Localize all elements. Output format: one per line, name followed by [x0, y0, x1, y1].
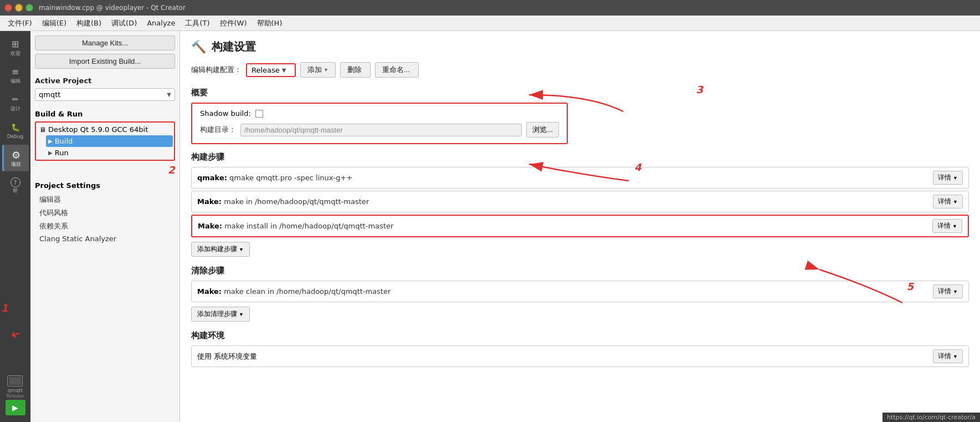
active-project-label: Active Project [35, 77, 175, 85]
status-bar: https://qt.io/com/qt-creator/a [882, 413, 980, 422]
build-run-label: Build & Run [35, 110, 175, 118]
toolbar-bottom: qmqtt Release [0, 375, 30, 422]
arrow-1: ➜ [9, 327, 22, 343]
overview-title: 概要 [191, 88, 969, 98]
menu-analyze[interactable]: Analyze [142, 17, 179, 29]
toolbar-projects-label: 项目 [11, 162, 21, 167]
toolbar-projects[interactable]: ⚙ 项目 [2, 145, 29, 171]
env-text: 使用 系统环境变量 [197, 352, 933, 362]
run-button[interactable] [6, 400, 25, 415]
toolbar-debug-label: Debug [7, 134, 24, 140]
clean-step-make-text: Make: make clean in /home/hadoop/qt/qmqt… [197, 287, 933, 296]
kit-outline-box: 🖥 Desktop Qt 5.9.0 GCC 64bit ▶ Build ▶ R… [35, 121, 175, 161]
clean-step-make: Make: make clean in /home/hadoop/qt/qmqt… [191, 281, 969, 302]
add-clean-step-button[interactable]: 添加清理步骤 [191, 307, 250, 322]
clean-steps-title: 清除步骤 [191, 266, 969, 276]
kit-build-label: Build [55, 137, 73, 145]
build-dir-input[interactable] [240, 124, 522, 136]
toolbar-welcome[interactable]: ⊞ 欢迎 [2, 34, 29, 60]
device-icon [7, 375, 23, 387]
build-step-make-install-text: Make: make install in /home/hadoop/qt/qm… [198, 222, 932, 230]
sidebar: Manage Kits... Import Existing Build... … [30, 31, 180, 422]
annotation-1: 1 [1, 302, 8, 314]
close-button[interactable] [4, 4, 12, 12]
minimize-button[interactable] [15, 4, 23, 12]
menu-help[interactable]: 帮助(H) [253, 17, 287, 30]
clean-detail-button[interactable]: 详情 [933, 284, 963, 298]
build-steps-title: 构建步骤 [191, 152, 969, 162]
toolbar-design[interactable]: ✏ 设计 [2, 89, 29, 116]
kit-run-item[interactable]: ▶ Run [46, 147, 173, 159]
build-dir-label: 构建目录： [200, 125, 236, 135]
design-icon: ✏ [9, 93, 22, 105]
build-dir-row: 构建目录： 浏览... [200, 122, 559, 138]
main-content: 🔨 构建设置 编辑构建配置： Release 添加 删除 重命名... 3 概要 [180, 31, 980, 422]
add-config-button[interactable]: 添加 [300, 62, 336, 78]
menu-build[interactable]: 构建(B) [72, 17, 106, 30]
annotation-2: 2 [168, 164, 175, 176]
run-arrow-icon: ▶ [48, 150, 53, 156]
kit-name: Desktop Qt 5.9.0 GCC 64bit [48, 125, 148, 134]
edit-icon: ≡ [9, 65, 22, 78]
main-container: ⊞ 欢迎 ≡ 编辑 ✏ 设计 🐛 Debug ⚙ 项目 ? 帮 1 ➜ [0, 31, 980, 422]
settings-dependencies[interactable]: 依赖关系 [35, 220, 175, 233]
settings-clang[interactable]: Clang Static Analyzer [35, 233, 175, 245]
qmake-detail-button[interactable]: 详情 [933, 171, 963, 185]
toolbar-help[interactable]: ? 帮 [2, 172, 29, 199]
menu-edit[interactable]: 编辑(E) [38, 17, 71, 30]
build-step-qmake: qmake: qmake qmqtt.pro -spec linux-g++ 详… [191, 167, 969, 189]
manage-kits-button[interactable]: Manage Kits... [35, 35, 175, 50]
kit-run-label: Run [55, 149, 69, 157]
import-build-button[interactable]: Import Existing Build... [35, 54, 175, 69]
annotation-4: 4 [634, 161, 642, 173]
maximize-button[interactable] [25, 4, 33, 12]
shadow-build-label: Shadow build: [200, 109, 251, 118]
config-value: Release [252, 66, 280, 74]
annotation-3: 3 [696, 84, 703, 95]
settings-code-style[interactable]: 代码风格 [35, 206, 175, 220]
monitor-icon: 🖥 [39, 126, 46, 134]
window-controls[interactable] [4, 4, 33, 12]
make-detail-button[interactable]: 详情 [933, 195, 963, 209]
build-step-make-install: Make: make install in /home/hadoop/qt/qm… [191, 215, 969, 237]
shadow-build-checkbox[interactable] [255, 110, 263, 118]
projects-icon: ⚙ [10, 149, 22, 161]
project-dropdown[interactable]: qmqtt [35, 88, 175, 101]
config-dropdown[interactable]: Release [246, 63, 296, 77]
menu-tools[interactable]: 工具(T) [181, 17, 214, 30]
help-icon: ? [11, 177, 20, 187]
env-detail-button[interactable]: 详情 [933, 349, 963, 363]
status-url: https://qt.io/com/qt-creator/a [887, 414, 976, 421]
menu-debug[interactable]: 调试(D) [107, 17, 141, 30]
page-title: 构建设置 [212, 39, 256, 54]
build-step-make: Make: make in /home/hadoop/qt/qmqtt-mast… [191, 191, 969, 212]
settings-editor[interactable]: 编辑器 [35, 193, 175, 206]
env-title: 构建环境 [191, 331, 969, 341]
project-name: qmqtt [39, 90, 167, 99]
menu-file[interactable]: 文件(F) [3, 17, 37, 30]
build-step-qmake-text: qmake: qmake qmqtt.pro -spec linux-g++ [197, 174, 933, 182]
toolbar-debug[interactable]: 🐛 Debug [2, 117, 29, 144]
hammer-icon: 🔨 [191, 40, 206, 54]
debug-icon: 🐛 [9, 121, 22, 133]
menu-controls[interactable]: 控件(W) [216, 17, 252, 30]
page-title-row: 🔨 构建设置 [191, 39, 969, 54]
window-title: mainwindow.cpp @ videoplayer - Qt Creato… [39, 4, 186, 12]
kit-desktop-item[interactable]: 🖥 Desktop Qt 5.9.0 GCC 64bit [37, 124, 173, 135]
titlebar: mainwindow.cpp @ videoplayer - Qt Creato… [0, 0, 980, 16]
browse-button[interactable]: 浏览... [526, 122, 559, 138]
rename-config-button[interactable]: 重命名... [375, 62, 419, 78]
make-install-detail-button[interactable]: 详情 [932, 219, 962, 233]
release-label-toolbar: Release [7, 394, 24, 399]
toolbar-design-label: 设计 [11, 106, 20, 112]
toolbar-edit[interactable]: ≡ 编辑 [2, 62, 29, 88]
delete-config-button[interactable]: 删除 [340, 62, 371, 78]
kit-build-item[interactable]: ▶ Build [46, 135, 173, 147]
toolbar-help-label: 帮 [13, 189, 18, 194]
config-label: 编辑构建配置： [191, 65, 242, 75]
device-label: qmqtt [8, 388, 23, 393]
shadow-build-row: Shadow build: [200, 109, 559, 118]
config-row: 编辑构建配置： Release 添加 删除 重命名... [191, 62, 969, 78]
toolbar-device[interactable]: qmqtt Release [7, 375, 24, 399]
add-build-step-button[interactable]: 添加构建步骤 [191, 242, 250, 257]
